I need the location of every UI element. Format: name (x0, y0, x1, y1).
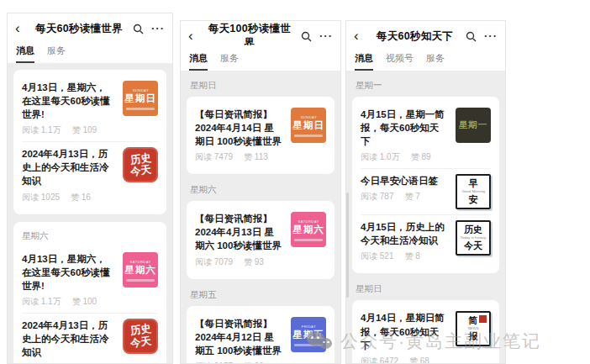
weekday-friday-thumbnail[interactable]: FRIDAY 星期五 (291, 317, 326, 352)
weekday-monday-thumbnail[interactable]: 星期一 (456, 108, 491, 143)
panel-header: ‹ 每天60秒知天下 ··· (346, 21, 505, 45)
account-panel-100s-world: ‹ 每天100秒读懂世界 ··· 消息 服务 星期日 【每日资讯简报】2024年… (180, 20, 341, 364)
article-title: 4月13日，星期六，在这里每天60秒读懂世界! (22, 252, 114, 293)
tab-services[interactable]: 服务 (220, 52, 239, 71)
like-count: 赞 96 (244, 361, 264, 363)
tab-messages[interactable]: 消息 (355, 52, 373, 71)
weekday-saturday-thumbnail[interactable]: SATURDAY 星期六 (291, 212, 326, 247)
day-card: 4月13日，星期六，在这里每天60秒读懂世界! 阅读 1.1万 赞 109 SU… (13, 70, 166, 214)
article-item[interactable]: 今日早安心语日签 阅读 787 赞 7 早 Good Morning 安 (361, 168, 491, 214)
article-meta: 阅读 6472 赞 68 (361, 356, 447, 363)
article-item[interactable]: 【每日资讯简报】2024年4月12日 星期五 100秒读懂世界 阅读 6177 … (195, 312, 326, 363)
thumb-eng-label: FRIDAY (301, 324, 315, 329)
thumb-eng-label: SUNDAY (300, 115, 316, 119)
weekday-sunday-thumbnail[interactable]: SUNDAY 星期日 (291, 108, 326, 143)
article-item[interactable]: 4月15日，历史上的今天和生活冷知识 阅读 521 赞 8 历史 Today i… (361, 214, 491, 267)
like-count: 赞 113 (244, 151, 268, 163)
frame-top-text: 简 (469, 316, 478, 326)
article-meta: 阅读 1.1万 赞 109 (22, 124, 114, 136)
section-label: 星期六 (190, 184, 331, 196)
message-list: 4月13日，星期六，在这里每天60秒读懂世界! 阅读 1.1万 赞 109 SU… (8, 63, 172, 363)
article-item[interactable]: 【每日资讯简报】2024年4月14日 星期日 100秒读懂世界 阅读 7479 … (195, 103, 326, 168)
thumb-eng-label: SUNDAY (132, 88, 148, 92)
read-count: 阅读 1.0万 (361, 151, 400, 163)
search-icon[interactable] (466, 31, 477, 42)
article-item[interactable]: 2024年4月13日，历史上的今天和生活冷知识 阅读 1025 赞 16 历史 … (22, 141, 158, 208)
tab-messages[interactable]: 消息 (189, 52, 208, 71)
more-icon[interactable]: ··· (319, 32, 333, 40)
back-icon[interactable]: ‹ (188, 29, 203, 44)
article-meta: 阅读 521 赞 8 (361, 251, 447, 262)
thumb-eng-label: SATURDAY (298, 220, 319, 224)
day-card: 星期六 4月13日，星期六，在这里每天60秒读懂世界! 阅读 1.1万 赞 10… (13, 222, 166, 363)
frame-mid-text: Today in history (461, 236, 487, 240)
article-item[interactable]: 【每日资讯简报】2024年4月13日 星期六 100秒读懂世界 阅读 7079 … (195, 207, 326, 272)
frame-mid-text: Good Morning (461, 190, 485, 193)
article-title: 2024年4月13日，历史上的今天和生活冷知识 (22, 147, 114, 187)
article-meta: 阅读 1.0万 赞 89 (361, 151, 447, 163)
like-count: 赞 16 (71, 192, 91, 203)
day-card: 4月15日，星期一简报，每天60秒知天下 阅读 1.0万 赞 89 星期一 今日… (352, 97, 499, 273)
history-seal-thumbnail[interactable]: 历史 今天 (123, 147, 158, 182)
article-item[interactable]: 4月14日，星期日简报，每天60秒知天下 阅读 6472 赞 68 简 NEWS… (361, 306, 491, 363)
day-card: 【每日资讯简报】2024年4月13日 星期六 100秒读懂世界 阅读 7079 … (187, 201, 335, 278)
search-icon[interactable] (133, 24, 144, 34)
seal-text-bottom: 今天 (129, 335, 152, 350)
read-count: 阅读 787 (361, 191, 393, 203)
tab-services[interactable]: 服务 (426, 52, 445, 71)
like-count: 赞 89 (411, 151, 431, 163)
panel-header: ‹ 每天100秒读懂世界 ··· (181, 21, 340, 45)
thumb-day-label: 星期五 (292, 329, 324, 341)
panel-header: ‹ 每天60秒读懂世界 ··· (8, 13, 172, 38)
scrollbar[interactable] (346, 193, 349, 298)
history-seal-thumbnail[interactable]: 历史 今天 (123, 319, 158, 354)
like-count: 赞 100 (72, 296, 97, 308)
article-meta: 阅读 7479 赞 113 (195, 151, 282, 163)
thumb-day-label: 星期六 (124, 264, 156, 277)
message-list: 星期一 4月15日，星期一简报，每天60秒知天下 阅读 1.0万 赞 89 星期… (346, 71, 505, 363)
back-icon[interactable]: ‹ (15, 21, 30, 36)
article-item[interactable]: 2024年4月13日，历史上的今天和生活冷知识 阅读 1003 赞 13 历史 … (22, 313, 158, 363)
news-brief-thumbnail[interactable]: 简 NEWS 报 (456, 311, 491, 346)
section-label: 星期五 (190, 289, 331, 301)
like-count: 赞 7 (404, 191, 419, 203)
article-item[interactable]: 4月13日，星期六，在这里每天60秒读懂世界! 阅读 1.1万 赞 109 SU… (22, 76, 158, 141)
day-card: 4月14日，星期日简报，每天60秒知天下 阅读 6472 赞 68 简 NEWS… (352, 300, 499, 363)
article-meta: 阅读 6177 赞 96 (195, 361, 282, 363)
tab-bar: 消息 视频号 服务 (346, 45, 505, 71)
account-title: 每天60秒读懂世界 (30, 22, 128, 36)
article-title: 【每日资讯简报】2024年4月14日 星期日 100秒读懂世界 (195, 108, 282, 148)
today-in-history-thumbnail[interactable]: 历史 Today in history 今天 (456, 220, 491, 256)
more-icon[interactable]: ··· (484, 32, 498, 40)
section-label: 星期日 (190, 80, 331, 92)
article-item[interactable]: 4月15日，星期一简报，每天60秒知天下 阅读 1.0万 赞 89 星期一 (361, 103, 491, 168)
section-label: 星期日 (356, 283, 496, 295)
day-card: 【每日资讯简报】2024年4月14日 星期日 100秒读懂世界 阅读 7479 … (187, 97, 335, 174)
account-panel-60s-news: ‹ 每天60秒知天下 ··· 消息 视频号 服务 星期一 4月15日，星期一简报… (345, 20, 506, 364)
weekday-sunday-thumbnail[interactable]: SUNDAY 星期日 (123, 81, 158, 116)
read-count: 阅读 7479 (195, 151, 233, 163)
frame-top-text: 历史 (464, 225, 482, 235)
article-meta: 阅读 1003 赞 13 (22, 362, 114, 363)
article-title: 4月15日，历史上的今天和生活冷知识 (361, 220, 447, 247)
article-item[interactable]: 4月13日，星期六，在这里每天60秒读懂世界! 阅读 1.1万 赞 100 SA… (22, 247, 158, 313)
article-title: 2024年4月13日，历史上的今天和生活冷知识 (22, 319, 114, 359)
tab-messages[interactable]: 消息 (16, 45, 34, 63)
more-icon[interactable]: ··· (151, 24, 165, 33)
search-icon[interactable] (301, 31, 312, 42)
tab-channels[interactable]: 视频号 (386, 52, 414, 71)
back-icon[interactable]: ‹ (354, 29, 369, 44)
read-count: 阅读 7079 (195, 256, 233, 268)
read-count: 阅读 1003 (22, 362, 60, 363)
good-morning-thumbnail[interactable]: 早 Good Morning 安 (456, 174, 491, 209)
account-panel-60s-world: ‹ 每天60秒读懂世界 ··· 消息 服务 4月13日，星期六，在这里每天60秒… (7, 13, 173, 364)
weekday-saturday-thumbnail[interactable]: SATURDAY 星期六 (123, 252, 158, 288)
tab-services[interactable]: 服务 (47, 45, 66, 63)
read-count: 阅读 1.1万 (22, 296, 61, 308)
day-card: 【每日资讯简报】2024年4月12日 星期五 100秒读懂世界 阅读 6177 … (187, 306, 335, 363)
article-meta: 阅读 1025 赞 16 (22, 192, 114, 203)
read-count: 阅读 6177 (195, 361, 233, 363)
thumb-decor-strip (126, 279, 155, 282)
thumb-day-label: 星期日 (124, 92, 156, 105)
thumb-day-label: 星期日 (292, 119, 324, 132)
